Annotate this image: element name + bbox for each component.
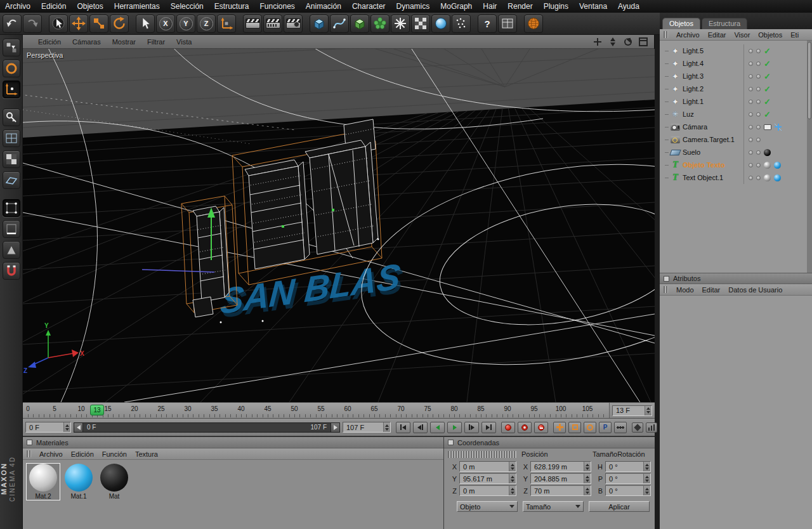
menu-seleccion[interactable]: Selección bbox=[171, 2, 204, 11]
view-label[interactable]: Perspectiva bbox=[27, 51, 63, 59]
menu-ayuda[interactable]: Ayuda bbox=[618, 2, 639, 11]
object-row-light2[interactable]: Light.2 bbox=[660, 82, 807, 95]
zoom-view-icon[interactable] bbox=[608, 37, 617, 46]
object-tree-scrollbar[interactable] bbox=[807, 41, 812, 273]
object-row-light1[interactable]: Light.1 bbox=[660, 95, 807, 108]
keyframe-position-toggle[interactable] bbox=[553, 422, 566, 433]
mat-menu-funcion[interactable]: Función bbox=[102, 450, 127, 458]
range-end-stepper[interactable] bbox=[383, 422, 390, 432]
rotate-tool-button[interactable] bbox=[110, 15, 129, 33]
menu-archivo[interactable]: Archivo bbox=[5, 2, 30, 11]
material-tag-icon[interactable] bbox=[774, 162, 781, 169]
keyframe-parameter-toggle[interactable]: P bbox=[599, 422, 612, 433]
lock-y-axis-button[interactable]: Y bbox=[176, 15, 195, 33]
range-track[interactable]: 0 F 107 F bbox=[83, 424, 331, 431]
play-backwards-button[interactable] bbox=[430, 422, 445, 433]
rot-b-stepper[interactable] bbox=[643, 486, 650, 495]
visibility-dot-render[interactable] bbox=[756, 125, 761, 129]
menu-render[interactable]: Render bbox=[508, 2, 532, 11]
visibility-dot-render[interactable] bbox=[756, 163, 761, 167]
visibility-dot-render[interactable] bbox=[756, 150, 761, 155]
rot-h-stepper[interactable] bbox=[643, 462, 650, 471]
pos-y-stepper[interactable] bbox=[509, 474, 516, 483]
menu-dynamics[interactable]: Dynamics bbox=[396, 2, 430, 11]
visibility-dot-editor[interactable] bbox=[749, 138, 753, 142]
visibility-dot-editor[interactable] bbox=[749, 87, 753, 91]
redo-button[interactable] bbox=[23, 15, 42, 33]
add-spline-button[interactable] bbox=[330, 15, 349, 33]
visibility-dot-render[interactable] bbox=[756, 176, 761, 180]
size-y-field[interactable]: 204.885 m bbox=[530, 473, 591, 484]
size-x-stepper[interactable] bbox=[584, 462, 591, 471]
visibility-dot-editor[interactable] bbox=[749, 150, 753, 155]
size-z-field[interactable]: 70 m bbox=[530, 485, 591, 496]
size-x-field[interactable]: 628.199 m bbox=[530, 461, 591, 472]
autokeying-button[interactable] bbox=[518, 422, 532, 433]
texture-mode-button[interactable] bbox=[3, 150, 20, 168]
menu-objetos[interactable]: Objetos bbox=[77, 2, 103, 11]
edges-mode-button[interactable] bbox=[3, 220, 20, 238]
timeline-range-slider[interactable]: 0 F 107 F bbox=[74, 422, 340, 433]
workplane-mode-button[interactable] bbox=[3, 171, 20, 189]
bodypaint-globe-button[interactable] bbox=[524, 15, 543, 33]
menu-funciones[interactable]: Funciones bbox=[259, 2, 294, 11]
timeline-ruler[interactable]: 0 5 10 15 20 25 30 35 40 45 50 55 60 65 … bbox=[23, 402, 655, 419]
object-row-light5[interactable]: Light.5 bbox=[660, 44, 807, 57]
pos-y-field[interactable]: 95.617 m bbox=[459, 473, 516, 484]
content-browser-button[interactable] bbox=[498, 15, 517, 33]
vp-menu-edicion[interactable]: Edición bbox=[38, 38, 61, 46]
attr-menu-editar[interactable]: Editar bbox=[702, 286, 721, 294]
enabled-check-icon[interactable] bbox=[764, 46, 771, 56]
maximize-view-icon[interactable] bbox=[639, 37, 648, 46]
apply-button[interactable]: Aplicar bbox=[589, 501, 650, 512]
pos-z-field[interactable]: 0 m bbox=[459, 485, 516, 496]
attr-menu-datos[interactable]: Datos de Usuario bbox=[728, 286, 782, 294]
material-mat1[interactable]: Mat.1 bbox=[62, 464, 95, 500]
material-mat2[interactable]: Mat.2 bbox=[27, 464, 60, 500]
panel-grip[interactable] bbox=[448, 451, 516, 458]
object-mode-button[interactable] bbox=[3, 81, 20, 98]
enabled-check-icon[interactable] bbox=[764, 110, 771, 119]
next-frame-button[interactable] bbox=[464, 422, 479, 433]
menu-animacion[interactable]: Animación bbox=[306, 2, 341, 11]
polygons-mode-button[interactable] bbox=[3, 241, 20, 259]
material-tag-icon[interactable] bbox=[764, 149, 771, 156]
play-forwards-button[interactable] bbox=[447, 422, 462, 433]
panel-icon[interactable] bbox=[448, 440, 454, 445]
om-menu-etiquetas[interactable]: Eti bbox=[790, 31, 799, 39]
enabled-check-icon[interactable] bbox=[764, 84, 771, 94]
render-to-picture-viewer-button[interactable] bbox=[263, 15, 282, 33]
object-row-light3[interactable]: Light.3 bbox=[660, 70, 807, 82]
enabled-check-icon[interactable] bbox=[764, 72, 771, 81]
last-tool-button[interactable] bbox=[136, 15, 155, 33]
current-frame-field[interactable]: 13 F bbox=[612, 405, 652, 416]
help-button[interactable]: ? bbox=[478, 15, 497, 33]
enabled-check-icon[interactable] bbox=[764, 97, 771, 107]
model-mode-button[interactable] bbox=[3, 60, 20, 77]
viewport-canvas[interactable]: SAN BLAS SAN BLAS bbox=[23, 49, 655, 402]
rot-p-field[interactable]: 0 ° bbox=[605, 473, 651, 484]
rot-b-field[interactable]: 0 ° bbox=[605, 485, 651, 496]
panel-grip[interactable] bbox=[27, 450, 31, 457]
material-tag-icon[interactable] bbox=[774, 174, 781, 181]
range-start-stepper[interactable] bbox=[63, 422, 70, 432]
vp-menu-filtrar[interactable]: Filtrar bbox=[147, 38, 165, 46]
panel-grip[interactable] bbox=[664, 286, 668, 293]
panel-icon[interactable] bbox=[664, 276, 669, 282]
size-dropdown[interactable]: Tamaño bbox=[523, 501, 584, 512]
range-right-arrow[interactable] bbox=[331, 423, 339, 432]
object-row-objeto-texto[interactable]: Objeto Texto bbox=[660, 159, 807, 171]
rotate-view-icon[interactable] bbox=[624, 37, 632, 46]
add-sky-button[interactable] bbox=[431, 15, 450, 33]
add-environment-button[interactable] bbox=[411, 15, 430, 33]
pan-view-icon[interactable] bbox=[593, 37, 602, 46]
uv-mode-button[interactable] bbox=[3, 129, 20, 147]
tab-objetos[interactable]: Objetos bbox=[662, 18, 700, 29]
menu-mograph[interactable]: MoGraph bbox=[440, 2, 472, 11]
keyframe-scale-toggle[interactable] bbox=[568, 422, 581, 433]
go-to-start-button[interactable] bbox=[396, 422, 410, 433]
vp-menu-camaras[interactable]: Cámaras bbox=[72, 38, 101, 46]
keyframe-rotation-toggle[interactable] bbox=[584, 422, 596, 433]
mat-menu-archivo[interactable]: Archivo bbox=[39, 450, 63, 458]
visibility-dot-editor[interactable] bbox=[749, 74, 753, 79]
